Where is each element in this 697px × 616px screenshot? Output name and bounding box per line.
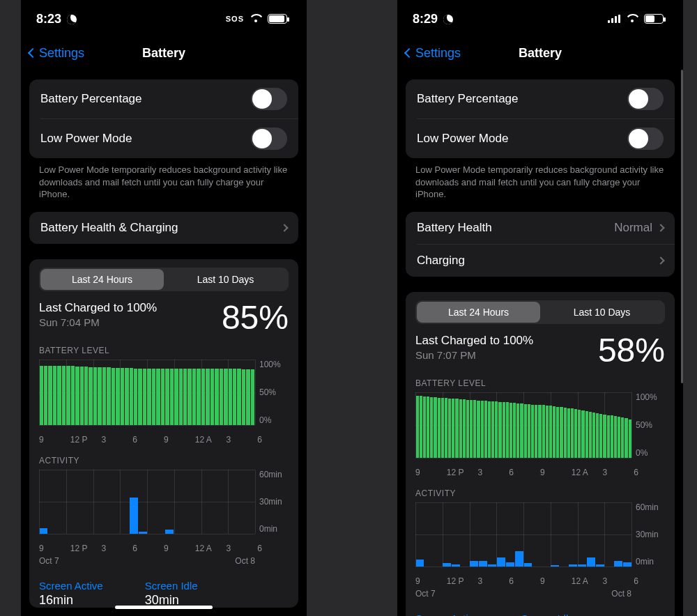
x-axis-dates: Oct 7Oct 8 bbox=[415, 589, 665, 599]
row-label: Low Power Mode bbox=[40, 132, 132, 146]
row-label: Battery Health bbox=[417, 221, 492, 235]
activity-label: ACTIVITY bbox=[415, 488, 665, 498]
screen-idle-label: Screen Idle bbox=[521, 613, 574, 616]
segment-last-10d[interactable]: Last 10 Days bbox=[540, 302, 664, 323]
x-axis-dates: Oct 7Oct 8 bbox=[39, 556, 289, 566]
activity-legend: Screen Active 16min Screen Idle 30min bbox=[39, 580, 289, 608]
last-charged-subtitle: Sun 7:04 PM bbox=[39, 316, 157, 328]
health-group: Battery HealthNormalCharging bbox=[406, 212, 675, 277]
toggle-switch[interactable] bbox=[251, 88, 287, 110]
sos-indicator: SOS bbox=[226, 15, 244, 23]
footer-note: Low Power Mode temporarily reduces backg… bbox=[415, 164, 665, 201]
chevron-right-icon bbox=[280, 224, 288, 231]
health-row[interactable]: Charging bbox=[406, 245, 675, 277]
row-label: Charging bbox=[417, 254, 465, 268]
toggles-group: Battery Percentage Low Power Mode bbox=[29, 79, 298, 158]
nav-bar: Settings Battery bbox=[21, 38, 307, 68]
toggle-switch[interactable] bbox=[251, 128, 287, 150]
health-row[interactable]: Battery HealthNormal bbox=[406, 212, 675, 244]
x-axis-labels: 912 P36912 A36 bbox=[415, 468, 665, 477]
battery-status-icon bbox=[644, 14, 664, 24]
toggles-group: Battery Percentage Low Power Mode bbox=[406, 79, 675, 158]
toggle-switch[interactable] bbox=[627, 88, 664, 110]
low-power-mode-row[interactable]: Low Power Mode bbox=[29, 119, 298, 158]
screen-active-value: 16min bbox=[39, 593, 103, 608]
page-title: Battery bbox=[21, 46, 307, 61]
scroll-indicator bbox=[681, 70, 683, 383]
status-bar: 8:29 bbox=[397, 0, 683, 38]
chevron-right-icon bbox=[657, 224, 664, 231]
segmented-control[interactable]: Last 24 Hours Last 10 Days bbox=[415, 300, 665, 324]
current-battery-percentage: 85% bbox=[222, 301, 289, 334]
status-time: 8:23 bbox=[36, 12, 77, 26]
do-not-disturb-icon bbox=[443, 15, 453, 24]
cellular-signal-icon bbox=[608, 15, 620, 23]
wifi-icon bbox=[250, 14, 262, 24]
health-row[interactable]: Battery Health & Charging bbox=[29, 212, 298, 244]
battery-percentage-row[interactable]: Battery Percentage bbox=[406, 79, 675, 118]
last-charged-title: Last Charged to 100% bbox=[39, 301, 157, 315]
battery-card: Last 24 Hours Last 10 Days Last Charged … bbox=[406, 292, 675, 616]
segment-last-10d[interactable]: Last 10 Days bbox=[164, 269, 287, 290]
status-bar: 8:23 SOS bbox=[21, 0, 307, 38]
activity-legend: Screen Active Screen Idle bbox=[415, 613, 665, 616]
segmented-control[interactable]: Last 24 Hours Last 10 Days bbox=[39, 268, 289, 291]
footer-note: Low Power Mode temporarily reduces backg… bbox=[39, 164, 289, 201]
page-title: Battery bbox=[397, 46, 683, 61]
screen-idle-label: Screen Idle bbox=[145, 580, 198, 592]
low-power-mode-row[interactable]: Low Power Mode bbox=[406, 119, 675, 158]
wifi-icon bbox=[626, 14, 638, 24]
phone-left: 8:23 SOS Settings Battery Battery Percen… bbox=[21, 0, 307, 616]
row-value: Normal bbox=[614, 221, 652, 235]
activity-chart bbox=[415, 502, 631, 567]
segment-last-24h[interactable]: Last 24 Hours bbox=[417, 302, 540, 323]
nav-bar: Settings Battery bbox=[397, 38, 683, 68]
health-group: Battery Health & Charging bbox=[29, 212, 298, 244]
battery-level-chart bbox=[415, 392, 631, 458]
home-indicator[interactable] bbox=[115, 606, 213, 609]
screen-active-label: Screen Active bbox=[39, 580, 103, 592]
battery-level-label: BATTERY LEVEL bbox=[415, 378, 665, 388]
x-axis-labels: 912 P36912 A36 bbox=[39, 544, 289, 553]
activity-label: ACTIVITY bbox=[39, 456, 289, 465]
segment-last-24h[interactable]: Last 24 Hours bbox=[40, 269, 164, 290]
x-axis-labels: 912 P36912 A36 bbox=[39, 435, 289, 445]
activity-chart bbox=[39, 470, 255, 534]
toggle-switch[interactable] bbox=[627, 128, 664, 150]
chevron-right-icon bbox=[657, 256, 664, 264]
y-axis-labels: 100%50%0% bbox=[631, 392, 665, 458]
current-battery-percentage: 58% bbox=[598, 334, 665, 367]
y-axis-labels: 60min30min0min bbox=[631, 502, 665, 567]
y-axis-labels: 100%50%0% bbox=[255, 360, 289, 425]
row-label: Battery Health & Charging bbox=[40, 221, 178, 235]
battery-card: Last 24 Hours Last 10 Days Last Charged … bbox=[29, 259, 298, 608]
row-label: Low Power Mode bbox=[417, 132, 508, 146]
row-label: Battery Percentage bbox=[40, 92, 142, 106]
status-time: 8:29 bbox=[413, 12, 453, 26]
battery-level-label: BATTERY LEVEL bbox=[39, 346, 289, 355]
row-label: Battery Percentage bbox=[417, 92, 519, 106]
last-charged-title: Last Charged to 100% bbox=[415, 334, 533, 348]
phone-right: 8:29 Settings Battery Battery Percentage… bbox=[397, 0, 683, 616]
battery-level-chart bbox=[39, 360, 255, 425]
x-axis-labels: 912 P36912 A36 bbox=[415, 576, 665, 586]
do-not-disturb-icon bbox=[67, 15, 77, 24]
battery-status-icon bbox=[268, 14, 287, 24]
battery-percentage-row[interactable]: Battery Percentage bbox=[29, 79, 298, 118]
screen-active-label: Screen Active bbox=[415, 613, 480, 616]
y-axis-labels: 60min30min0min bbox=[255, 470, 289, 534]
last-charged-subtitle: Sun 7:07 PM bbox=[415, 349, 533, 361]
